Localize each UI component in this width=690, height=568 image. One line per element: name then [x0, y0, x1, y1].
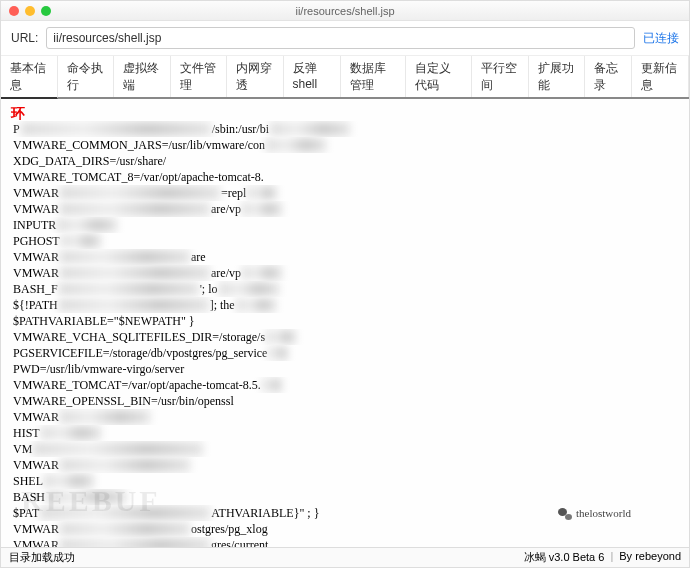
env-line: VMWARxare/vpx [13, 201, 677, 217]
author-label: By rebeyond [619, 550, 681, 565]
minimize-icon[interactable] [25, 6, 35, 16]
env-line: VMWARxare/vpx [13, 265, 677, 281]
tab-6[interactable]: 数据库管理 [341, 56, 407, 97]
env-line: ${!PATHx]; thex [13, 297, 677, 313]
wechat-icon [558, 508, 572, 520]
tab-5[interactable]: 反弹shell [284, 56, 341, 97]
content-basic-info: 环 Px/sbin:/usr/bixVMWARE_COMMON_JARS=/us… [1, 99, 689, 547]
env-line: VMx [13, 441, 677, 457]
env-line: PGSERVICEFILE=/storage/db/vpostgres/pg_s… [13, 345, 677, 361]
window-title: ii/resources/shell.jsp [295, 5, 394, 17]
tab-11[interactable]: 更新信息 [632, 56, 689, 97]
env-line: $PATHVARIABLE="$NEWPATH" } [13, 313, 677, 329]
env-line: HISTx [13, 425, 677, 441]
maximize-icon[interactable] [41, 6, 51, 16]
tab-8[interactable]: 平行空间 [472, 56, 529, 97]
tab-3[interactable]: 文件管理 [171, 56, 228, 97]
env-line: VMWARxostgres/pg_xlog [13, 521, 677, 537]
watermark-author-text: thelostworld [576, 506, 631, 521]
connection-status: 已连接 [643, 30, 679, 47]
env-line: VMWARE_VCHA_SQLITEFILES_DIR=/storage/sx [13, 329, 677, 345]
status-bar: 目录加载成功 冰蝎 v3.0 Beta 6 | By rebeyond [1, 547, 689, 567]
env-line: Px/sbin:/usr/bix [13, 121, 677, 137]
env-line: BASH_Fx'; lox [13, 281, 677, 297]
url-bar: URL: 已连接 [1, 21, 689, 56]
env-line: VMWARE_COMMON_JARS=/usr/lib/vmware/conx [13, 137, 677, 153]
status-right: 冰蝎 v3.0 Beta 6 | By rebeyond [524, 550, 681, 565]
close-icon[interactable] [9, 6, 19, 16]
tab-4[interactable]: 内网穿透 [227, 56, 284, 97]
env-line: VMWARE_OPENSSL_BIN=/usr/bin/openssl [13, 393, 677, 409]
tab-bar: 基本信息命令执行虚拟终端文件管理内网穿透反弹shell数据库管理自定义代码平行空… [1, 56, 689, 99]
traffic-lights [9, 6, 51, 16]
watermark: REEBUF [21, 481, 161, 522]
env-line: INPUTRx [13, 217, 677, 233]
env-line: PWD=/usr/lib/vmware-virgo/server [13, 361, 677, 377]
env-line: VMWARx=replx [13, 185, 677, 201]
tab-10[interactable]: 备忘录 [585, 56, 632, 97]
env-line: VMWARxgres/current [13, 537, 677, 547]
tab-1[interactable]: 命令执行 [58, 56, 115, 97]
env-line: VMWARx [13, 409, 677, 425]
separator: | [610, 550, 613, 565]
tab-7[interactable]: 自定义代码 [406, 56, 472, 97]
url-label: URL: [11, 31, 38, 45]
url-input[interactable] [46, 27, 635, 49]
env-line: VMWARE_TOMCAT_8=/var/opt/apache-tomcat-8… [13, 169, 677, 185]
env-line: VMWARE_TOMCAT=/var/opt/apache-tomcat-8.5… [13, 377, 677, 393]
watermark-author: thelostworld [558, 506, 631, 521]
titlebar: ii/resources/shell.jsp [1, 1, 689, 21]
tab-2[interactable]: 虚拟终端 [114, 56, 171, 97]
env-line: VMWARx [13, 457, 677, 473]
app-window: ii/resources/shell.jsp URL: 已连接 基本信息命令执行… [0, 0, 690, 568]
version-label: 冰蝎 v3.0 Beta 6 [524, 550, 605, 565]
env-line: PGHOSTx [13, 233, 677, 249]
status-message: 目录加载成功 [9, 550, 75, 565]
env-line: VMWARxare [13, 249, 677, 265]
tab-0[interactable]: 基本信息 [1, 56, 58, 99]
tab-9[interactable]: 扩展功能 [529, 56, 586, 97]
env-line: XDG_DATA_DIRS=/usr/share/ [13, 153, 677, 169]
